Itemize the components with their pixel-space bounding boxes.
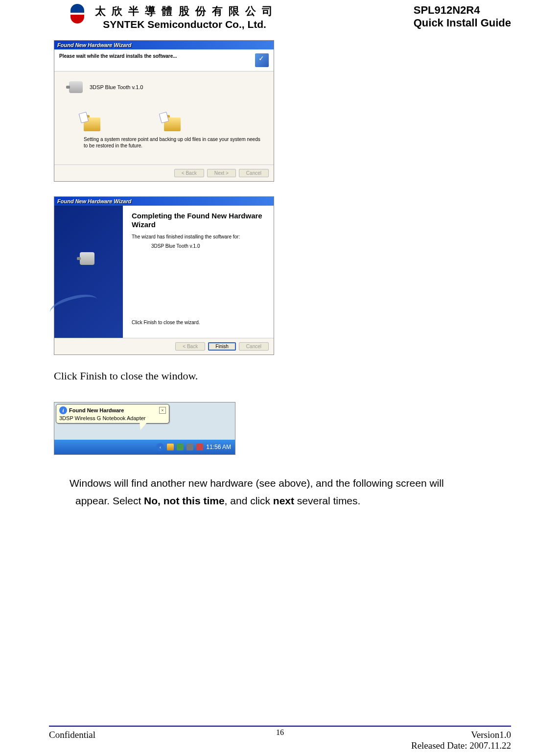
wizard2-complete: The wizard has finished installing the s… bbox=[132, 234, 265, 239]
connector-icon bbox=[69, 81, 83, 93]
tray-icon[interactable] bbox=[187, 444, 193, 450]
wizard2-device: 3DSP Blue Tooth v.1.0 bbox=[151, 243, 265, 249]
tray-icon[interactable] bbox=[196, 444, 203, 450]
syntek-logo-icon bbox=[64, 4, 91, 24]
tray-expand-icon[interactable]: ‹ bbox=[156, 443, 164, 451]
page-icon bbox=[159, 112, 169, 123]
para-bold1: No, not this time bbox=[144, 495, 225, 506]
tray-container: i Found New Hardware × 3DSP Wireless G N… bbox=[54, 402, 235, 455]
header-left: 太 欣 半 導 體 股 份 有 限 公 司 SYNTEK Semiconduct… bbox=[64, 4, 274, 30]
wizard2-titlebar: Found New Hardware Wizard bbox=[54, 197, 274, 206]
instruction-para: Windows will find another new hardware (… bbox=[54, 474, 511, 509]
page-header: 太 欣 半 導 體 股 份 有 限 公 司 SYNTEK Semiconduct… bbox=[0, 0, 560, 30]
para-bold2: next bbox=[273, 495, 294, 506]
wizard2-body: Completing the Found New Hardware Wizard… bbox=[54, 206, 274, 338]
content: Found New Hardware Wizard Please wait wh… bbox=[0, 30, 560, 509]
company-name-en: SYNTEK Semiconductor Co., Ltd. bbox=[95, 19, 274, 30]
para-mid: , and click bbox=[225, 495, 273, 506]
finish-button[interactable]: Finish bbox=[208, 342, 236, 351]
footer: Confidential 16 Version1.0 Released Date… bbox=[49, 730, 511, 751]
folder-source-icon bbox=[84, 118, 100, 131]
wizard1-titlebar: Found New Hardware Wizard bbox=[54, 41, 274, 49]
wizard2-heading: Completing the Found New Hardware Wizard bbox=[132, 212, 265, 229]
info-icon: i bbox=[59, 406, 67, 414]
back-button[interactable]: < Back bbox=[174, 169, 204, 177]
wizard2-main: Completing the Found New Hardware Wizard… bbox=[123, 206, 274, 338]
company-name-cn: 太 欣 半 導 體 股 份 有 限 公 司 bbox=[95, 4, 274, 19]
balloon: i Found New Hardware × 3DSP Wireless G N… bbox=[56, 404, 169, 424]
connector-icon bbox=[80, 252, 94, 265]
balloon-top: i Found New Hardware × bbox=[59, 406, 166, 414]
cancel-button[interactable]: Cancel bbox=[239, 169, 269, 177]
balloon-message: 3DSP Wireless G Notebook Adapter bbox=[59, 415, 166, 421]
wizard1-body: 3DSP Blue Tooth v.1.0 Setting a system r… bbox=[54, 71, 274, 165]
product-code: SPL912N2R4 bbox=[414, 4, 511, 17]
footer-page: 16 bbox=[49, 728, 511, 737]
back-button[interactable]: < Back bbox=[175, 342, 205, 351]
folder-row bbox=[84, 118, 264, 131]
para-line1: Windows will find another new hardware (… bbox=[70, 477, 444, 489]
balloon-title: Found New Hardware bbox=[69, 407, 157, 413]
swoosh-icon bbox=[48, 290, 100, 322]
hardware-chip-icon bbox=[255, 53, 269, 67]
wizard1-subtext: Please wait while the wizard installs th… bbox=[59, 53, 177, 59]
tray-icon[interactable] bbox=[167, 444, 174, 450]
wizard2-window: Found New Hardware Wizard Completing the… bbox=[54, 196, 274, 355]
para-line2-pre: appear. Select bbox=[75, 495, 144, 506]
wizard2-sidebar bbox=[54, 206, 123, 338]
restore-text: Setting a system restore point and backi… bbox=[84, 136, 264, 149]
wizard1-window: Found New Hardware Wizard Please wait wh… bbox=[54, 40, 274, 182]
header-right: SPL912N2R4 Quick Install Guide bbox=[414, 4, 511, 30]
guide-title: Quick Install Guide bbox=[414, 17, 511, 29]
company-block: 太 欣 半 導 體 股 份 有 限 公 司 SYNTEK Semiconduct… bbox=[95, 4, 274, 30]
tray-icon[interactable] bbox=[177, 444, 184, 450]
tray-clock: 11:56 AM bbox=[206, 444, 231, 450]
next-button[interactable]: Next > bbox=[207, 169, 236, 177]
footer-release: Released Date: 2007.11.22 bbox=[411, 740, 511, 751]
wizard1-device: 3DSP Blue Tooth v.1.0 bbox=[90, 84, 143, 90]
balloon-close-button[interactable]: × bbox=[159, 407, 166, 414]
page-icon bbox=[79, 112, 89, 123]
caption-finish: Click Finish to close the window. bbox=[54, 370, 511, 382]
footer-line bbox=[49, 726, 511, 727]
wizard2-click: Click Finish to close the wizard. bbox=[132, 320, 265, 325]
folder-dest-icon bbox=[164, 118, 181, 131]
wizard1-buttons: < Back Next > Cancel bbox=[54, 165, 274, 181]
wizard2-buttons: < Back Finish Cancel bbox=[54, 338, 274, 354]
para-tail: several times. bbox=[294, 495, 360, 506]
wizard1-subheader: Please wait while the wizard installs th… bbox=[54, 49, 274, 71]
taskbar: ‹ 11:56 AM bbox=[54, 440, 235, 454]
install-row: 3DSP Blue Tooth v.1.0 bbox=[69, 81, 264, 93]
cancel-button[interactable]: Cancel bbox=[239, 342, 269, 351]
